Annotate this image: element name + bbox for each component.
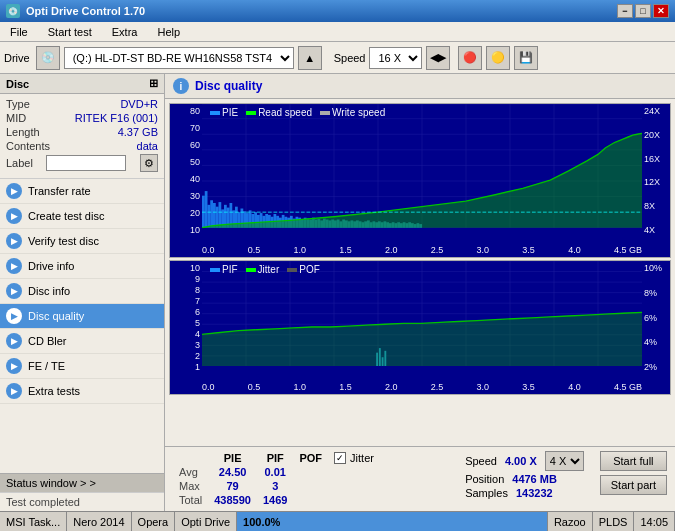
- status-seg-4: Opti Drive: [175, 512, 237, 531]
- disc-info-panel: Type DVD+R MID RITEK F16 (001) Length 4.…: [0, 94, 164, 179]
- stats-data-table: PIE PIF POF ✓ Jitter Avg 24.50: [173, 451, 380, 507]
- samples-value: 143232: [516, 487, 553, 499]
- sidebar-item-disc-info[interactable]: ▶ Disc info: [0, 279, 164, 304]
- status-seg-plds: PLDS: [593, 512, 635, 531]
- avg-pie: 24.50: [208, 465, 257, 479]
- status-window-header[interactable]: Status window > >: [0, 473, 164, 493]
- sidebar-item-transfer-rate[interactable]: ▶ Transfer rate: [0, 179, 164, 204]
- total-pif: 1469: [257, 493, 293, 507]
- speed-info: Speed 4.00 X 4 X: [465, 451, 584, 471]
- progress-text: 100.0%: [237, 516, 286, 528]
- avg-label: Avg: [173, 465, 208, 479]
- bottom-chart-y-axis-right: 10%8%6%4%2%: [642, 261, 670, 374]
- speed-dropdown[interactable]: 4 X: [545, 451, 584, 471]
- drive-select[interactable]: (Q:) HL-DT-ST BD-RE WH16NS58 TST4: [64, 47, 294, 69]
- position-value: 4476 MB: [512, 473, 557, 485]
- svg-rect-20: [208, 205, 211, 228]
- time-segment: 14:05: [634, 512, 675, 531]
- contents-value: data: [137, 140, 158, 152]
- top-chart-legend: PIE Read speed Write speed: [210, 107, 385, 118]
- avg-pif: 0.01: [257, 465, 293, 479]
- type-label: Type: [6, 98, 30, 110]
- read-speed-legend: Read speed: [246, 107, 312, 118]
- sidebar-item-extra-tests[interactable]: ▶ Extra tests: [0, 379, 164, 404]
- extra-tests-label: Extra tests: [28, 385, 80, 397]
- disc-type-row: Type DVD+R: [6, 98, 158, 110]
- transfer-rate-label: Transfer rate: [28, 185, 91, 197]
- position-info: Position 4476 MB: [465, 473, 584, 485]
- bottom-chart-svg: [202, 261, 642, 366]
- disc-quality-title: Disc quality: [195, 79, 262, 93]
- disc-info-label: Disc info: [28, 285, 70, 297]
- disc-info-icon: ▶: [6, 283, 22, 299]
- samples-label: Samples: [465, 487, 508, 499]
- samples-info: Samples 143232: [465, 487, 584, 499]
- save-button[interactable]: 💾: [514, 46, 538, 70]
- content-area: i Disc quality PIE Read speed: [165, 74, 675, 511]
- top-chart-svg: [202, 104, 642, 228]
- start-full-button[interactable]: Start full: [600, 451, 667, 471]
- sidebar-item-create-test-disc[interactable]: ▶ Create test disc: [0, 204, 164, 229]
- start-part-button[interactable]: Start part: [600, 475, 667, 495]
- max-label: Max: [173, 479, 208, 493]
- sidebar-item-fe-te[interactable]: ▶ FE / TE: [0, 354, 164, 379]
- total-pie: 438590: [208, 493, 257, 507]
- red-icon-btn[interactable]: 🔴: [458, 46, 482, 70]
- svg-rect-22: [213, 203, 216, 228]
- status-seg-razoo: Razoo: [548, 512, 593, 531]
- mid-value: RITEK F16 (001): [75, 112, 158, 124]
- sidebar-item-verify-test-disc[interactable]: ▶ Verify test disc: [0, 229, 164, 254]
- status-seg-3: Opera: [132, 512, 176, 531]
- jitter-checkbox[interactable]: ✓: [334, 452, 346, 464]
- status-seg-1: MSI Task...: [0, 512, 67, 531]
- transfer-rate-icon: ▶: [6, 183, 22, 199]
- menu-bar: File Start test Extra Help: [0, 22, 675, 42]
- label-gear-button[interactable]: ⚙: [140, 154, 158, 172]
- write-speed-legend: Write speed: [320, 107, 385, 118]
- disc-label-row: Label ⚙: [6, 154, 158, 172]
- speed-value: 4.00 X: [505, 455, 537, 467]
- cd-bler-icon: ▶: [6, 333, 22, 349]
- bottom-chart-x-axis: 0.00.51.01.52.02.53.03.54.04.5 GB: [202, 382, 642, 392]
- sidebar: Disc ⊞ Type DVD+R MID RITEK F16 (001) Le…: [0, 74, 165, 511]
- close-button[interactable]: ✕: [653, 4, 669, 18]
- stats-table: PIE PIF POF ✓ Jitter Avg 24.50: [173, 451, 449, 507]
- menu-file[interactable]: File: [4, 24, 34, 40]
- menu-start-test[interactable]: Start test: [42, 24, 98, 40]
- create-test-disc-icon: ▶: [6, 208, 22, 224]
- speed-select[interactable]: 16 X: [369, 47, 422, 69]
- label-input[interactable]: [46, 155, 126, 171]
- drive-info-label: Drive info: [28, 260, 74, 272]
- maximize-button[interactable]: □: [635, 4, 651, 18]
- status-bar: MSI Task... Nero 2014 Opera Opti Drive 1…: [0, 511, 675, 531]
- menu-help[interactable]: Help: [151, 24, 186, 40]
- title-bar-left: 💿 Opti Drive Control 1.70: [6, 4, 145, 18]
- jitter-check-row: ✓ Jitter: [334, 452, 374, 464]
- drive-label: Drive: [4, 52, 30, 64]
- top-chart: PIE Read speed Write speed 8070605040302…: [169, 103, 671, 258]
- pie-header: PIE: [208, 451, 257, 465]
- speed-arrow-btn[interactable]: ◀▶: [426, 46, 450, 70]
- jitter-label: Jitter: [350, 452, 374, 464]
- sidebar-item-cd-bler[interactable]: ▶ CD Bler: [0, 329, 164, 354]
- minimize-button[interactable]: −: [617, 4, 633, 18]
- yellow-icon-btn[interactable]: 🟡: [486, 46, 510, 70]
- length-value: 4.37 GB: [118, 126, 158, 138]
- disc-contents-row: Contents data: [6, 140, 158, 152]
- fe-te-label: FE / TE: [28, 360, 65, 372]
- disc-quality-label: Disc quality: [28, 310, 84, 322]
- position-label: Position: [465, 473, 504, 485]
- toolbar: Drive 💿 (Q:) HL-DT-ST BD-RE WH16NS58 TST…: [0, 42, 675, 74]
- window-title: Opti Drive Control 1.70: [26, 5, 145, 17]
- pie-legend: PIE: [210, 107, 238, 118]
- jitter-legend: Jitter: [246, 264, 280, 275]
- sidebar-item-disc-quality[interactable]: ▶ Disc quality: [0, 304, 164, 329]
- stats-area: PIE PIF POF ✓ Jitter Avg 24.50: [165, 446, 675, 511]
- eject-button[interactable]: ▲: [298, 46, 322, 70]
- sidebar-item-drive-info[interactable]: ▶ Drive info: [0, 254, 164, 279]
- svg-rect-24: [219, 202, 222, 228]
- menu-extra[interactable]: Extra: [106, 24, 144, 40]
- title-bar: 💿 Opti Drive Control 1.70 − □ ✕: [0, 0, 675, 22]
- pif-header: PIF: [257, 451, 293, 465]
- speed-label: Speed: [465, 455, 497, 467]
